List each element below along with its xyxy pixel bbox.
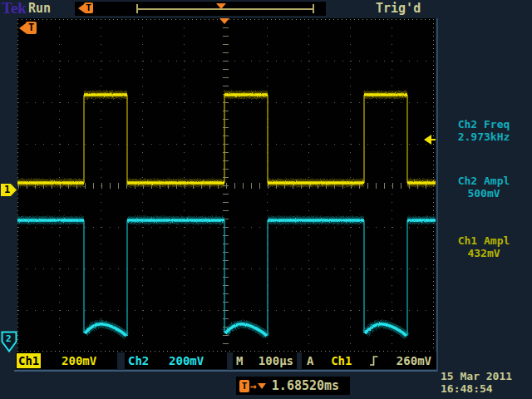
trigger-delay-readout: T → 1.68520ms [236, 377, 350, 395]
measurement-value: 2.973kHz [436, 131, 532, 143]
trigger-delay-value: 1.68520ms [272, 378, 339, 393]
ch2-ground-marker: 2 [1, 331, 17, 352]
bezel-line-bottom [14, 370, 438, 372]
trigger-readout: A Ch1 260mV [302, 352, 436, 369]
arrow-right-icon: → [250, 380, 257, 392]
ch2-scale-value: 200mV [149, 354, 224, 367]
ch1-scale-readout: Ch1 200mV [16, 352, 117, 369]
trigger-offscreen-left-icon: T [78, 2, 93, 13]
ch1-badge: Ch1 [17, 353, 41, 368]
trigger-t-icon: T [239, 380, 249, 392]
arrow-left-icon [424, 135, 431, 145]
measurement-label: Ch1 Ampl [436, 234, 532, 247]
ch2-label: Ch2 [128, 354, 149, 367]
ch1-trace-core [17, 95, 436, 183]
ch2-marker-label: 2 [6, 333, 12, 344]
waveform-layer [17, 18, 436, 352]
measurement-value: 432mV [436, 247, 532, 259]
acquisition-status: Run [28, 1, 51, 16]
arrow-left-icon [19, 23, 26, 33]
scope-display: T [17, 18, 436, 352]
record-bracket-right [313, 4, 314, 13]
trigger-t-icon: T [26, 22, 37, 34]
trigger-marker-icon [258, 383, 266, 389]
measurement-ch2-freq: Ch2 Freq 2.973kHz [436, 118, 532, 143]
datetime-readout: 15 Mar 2011 16:48:54 [437, 370, 532, 395]
measurement-label: Ch2 Freq [436, 118, 532, 131]
bezel-line-right [436, 18, 438, 372]
trigger-level-value: 260mV [397, 354, 431, 367]
rising-edge-icon [369, 354, 379, 367]
trigger-level-marker [424, 135, 436, 145]
arrow-left-icon [78, 4, 84, 12]
measurement-value: 500mV [436, 187, 532, 200]
ch1-trace-edges [84, 95, 407, 183]
ch2-trace-core [17, 220, 436, 336]
record-view-strip: T [75, 2, 326, 16]
date-value: 15 Mar 2011 [441, 370, 532, 382]
ch2-trace-edges [84, 220, 407, 336]
trigger-source: Ch1 [331, 354, 352, 367]
timebase-value: 100µs [259, 354, 293, 367]
trigger-offscreen-marker: T [19, 22, 37, 34]
record-trigger-position-icon [216, 3, 226, 9]
ch2-scale-readout: Ch2 200mV [125, 352, 227, 369]
timebase-label: M [236, 354, 243, 367]
ch1-ground-marker: 1 [1, 184, 17, 196]
measurement-ch2-ampl: Ch2 Ampl 500mV [436, 175, 532, 200]
trigger-status: Trig'd [376, 1, 421, 16]
trigger-mode-label: A [307, 354, 313, 367]
time-value: 16:48:54 [441, 382, 532, 395]
measurement-ch1-ampl: Ch1 Ampl 432mV [436, 234, 532, 259]
brand-logo: Tek [2, 0, 27, 17]
ch2-trace-band [17, 220, 436, 336]
timebase-readout: M 100µs [233, 352, 297, 369]
trigger-position-icon [219, 18, 229, 24]
measurement-label: Ch2 Ampl [436, 175, 532, 187]
record-bracket-left [136, 4, 138, 13]
trigger-t-icon: T [84, 2, 93, 13]
ch1-trace-band [17, 95, 436, 183]
ch1-scale-value: 200mV [41, 354, 117, 367]
